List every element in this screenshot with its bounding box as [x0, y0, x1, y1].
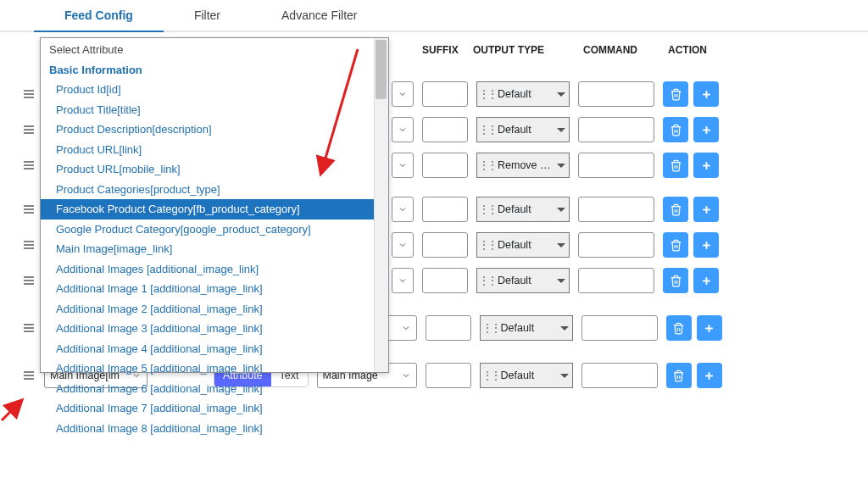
add-button[interactable]: [693, 197, 719, 222]
delete-button[interactable]: [663, 197, 688, 222]
add-button[interactable]: [697, 315, 722, 341]
command-input[interactable]: [578, 232, 654, 258]
drag-handle-icon[interactable]: [20, 321, 37, 335]
suffix-input[interactable]: [422, 117, 468, 142]
drag-dots-icon: ⋮⋮: [482, 370, 499, 381]
delete-button[interactable]: [663, 232, 688, 258]
command-input[interactable]: [578, 153, 654, 178]
dropdown-scrollbar-thumb[interactable]: [376, 40, 387, 99]
value-select[interactable]: [392, 81, 414, 107]
drag-handle-icon[interactable]: [20, 238, 37, 252]
tab-feed-config[interactable]: Feed Config: [34, 0, 164, 32]
dropdown-option[interactable]: Additional Image 1 [additional_image_lin…: [41, 279, 388, 299]
command-input[interactable]: [578, 81, 654, 107]
chevron-down-icon: [557, 164, 565, 168]
attribute-dropdown[interactable]: Select AttributeBasic InformationProduct…: [40, 37, 389, 373]
chevron-down-icon: [557, 128, 565, 132]
drag-handle-icon[interactable]: [20, 158, 37, 172]
suffix-input[interactable]: [422, 268, 468, 293]
col-action: ACTION: [668, 44, 736, 56]
col-output: OUTPUT TYPE: [473, 44, 583, 56]
dropdown-option[interactable]: Additional Images [additional_image_link…: [41, 259, 388, 280]
drag-dots-icon: ⋮⋮: [479, 159, 496, 171]
drag-handle-icon[interactable]: [20, 369, 37, 382]
add-button[interactable]: [693, 117, 719, 142]
add-button[interactable]: [693, 232, 719, 258]
drag-dots-icon: ⋮⋮: [479, 88, 496, 100]
output-type-select[interactable]: ⋮⋮ Default: [476, 117, 570, 142]
suffix-input[interactable]: [422, 232, 468, 258]
suffix-input[interactable]: [422, 197, 468, 222]
dropdown-option[interactable]: Product URL[link]: [41, 140, 388, 160]
command-input[interactable]: [578, 268, 654, 293]
output-type-select[interactable]: ⋮⋮ Default: [480, 315, 573, 341]
tab-advance-filter[interactable]: Advance Filter: [251, 0, 387, 31]
value-select[interactable]: [392, 117, 414, 142]
col-suffix: SUFFIX: [422, 44, 473, 56]
command-input[interactable]: [578, 117, 654, 142]
chevron-down-icon: [557, 243, 565, 247]
output-type-select[interactable]: ⋮⋮ Default: [476, 268, 570, 293]
suffix-input[interactable]: [422, 81, 468, 107]
drag-handle-icon[interactable]: [20, 123, 37, 136]
output-type-select[interactable]: ⋮⋮ Remove Sh…: [476, 153, 570, 178]
value-select[interactable]: g: [392, 153, 414, 178]
drag-handle-icon[interactable]: [20, 87, 37, 101]
dropdown-option[interactable]: Product Title[title]: [41, 100, 388, 120]
delete-button[interactable]: [663, 153, 688, 178]
chevron-down-icon: [557, 279, 565, 283]
dropdown-placeholder: Select Attribute: [41, 40, 388, 60]
dropdown-option[interactable]: Main Image[image_link]: [41, 239, 388, 259]
delete-button[interactable]: [663, 117, 688, 142]
chevron-down-icon: [557, 208, 565, 212]
dropdown-scrollbar[interactable]: [374, 38, 388, 372]
add-button[interactable]: [693, 268, 719, 293]
add-button[interactable]: [697, 363, 722, 388]
drag-handle-icon[interactable]: [20, 274, 37, 287]
drag-handle-icon[interactable]: [20, 203, 37, 216]
drag-dots-icon: ⋮⋮: [482, 322, 499, 334]
add-button[interactable]: [693, 153, 719, 178]
value-select[interactable]: c: [392, 268, 414, 293]
dropdown-option[interactable]: Facebook Product Category[fb_product_cat…: [41, 199, 388, 220]
value-select[interactable]: u: [392, 197, 414, 222]
value-select[interactable]: [392, 232, 414, 258]
add-button[interactable]: [693, 81, 719, 107]
drag-dots-icon: ⋮⋮: [479, 203, 496, 215]
drag-dots-icon: ⋮⋮: [479, 239, 496, 251]
dropdown-option[interactable]: Additional Image 4 [additional_image_lin…: [41, 339, 388, 359]
dropdown-option[interactable]: Product URL[mobile_link]: [41, 159, 388, 180]
dropdown-option[interactable]: Google Product Category[google_product_c…: [41, 220, 388, 240]
suffix-input[interactable]: [426, 363, 471, 388]
dropdown-option[interactable]: Product Description[description]: [41, 119, 388, 140]
delete-button[interactable]: [663, 81, 688, 107]
dropdown-option[interactable]: Additional Image 6 [additional_image_lin…: [41, 379, 388, 394]
delete-button[interactable]: [666, 363, 692, 388]
dropdown-group-header: Basic Information: [41, 60, 388, 81]
suffix-input[interactable]: [426, 315, 471, 341]
config-tabs: Feed Config Filter Advance Filter: [0, 0, 868, 32]
chevron-down-icon: [560, 374, 569, 378]
col-command: COMMAND: [583, 44, 668, 56]
drag-dots-icon: ⋮⋮: [479, 124, 496, 136]
chevron-down-icon: [557, 92, 565, 97]
delete-button[interactable]: [666, 315, 692, 341]
delete-button[interactable]: [663, 268, 688, 293]
chevron-down-icon: [560, 326, 569, 331]
dropdown-option[interactable]: Additional Image 2 [additional_image_lin…: [41, 299, 388, 320]
tab-filter[interactable]: Filter: [164, 0, 251, 31]
output-type-select[interactable]: ⋮⋮ Default: [480, 363, 573, 388]
command-input[interactable]: [581, 315, 658, 341]
suffix-input[interactable]: [422, 153, 468, 178]
output-type-select[interactable]: ⋮⋮ Default: [476, 81, 570, 107]
command-input[interactable]: [581, 363, 658, 388]
dropdown-option[interactable]: Product Id[id]: [41, 80, 388, 100]
output-type-select[interactable]: ⋮⋮ Default: [476, 197, 570, 222]
dropdown-option[interactable]: Additional Image 5 [additional_image_lin…: [41, 358, 388, 379]
dropdown-option[interactable]: Additional Image 3 [additional_image_lin…: [41, 319, 388, 339]
drag-dots-icon: ⋮⋮: [479, 275, 496, 286]
output-type-select[interactable]: ⋮⋮ Default: [476, 232, 570, 258]
command-input[interactable]: [578, 197, 654, 222]
dropdown-option[interactable]: Product Categories[product_type]: [41, 180, 388, 200]
